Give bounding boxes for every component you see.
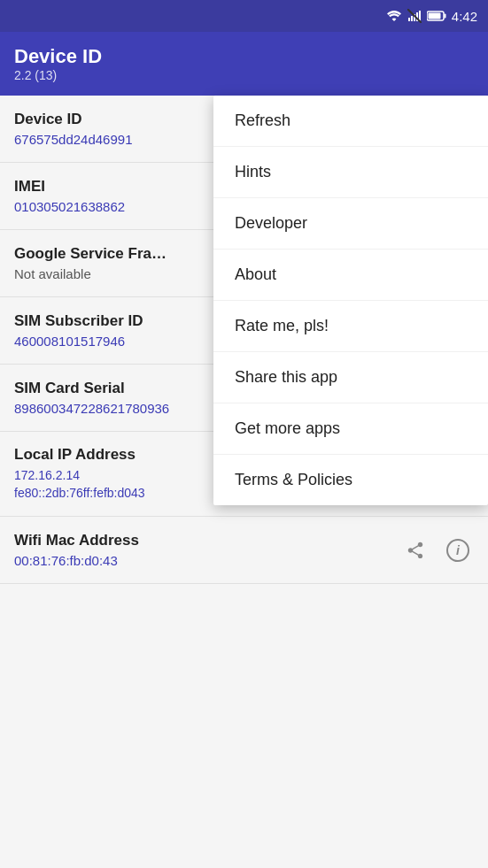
toolbar-text: Device ID 2.2 (13) bbox=[14, 45, 102, 82]
menu-item-refresh[interactable]: Refresh bbox=[213, 96, 488, 147]
status-bar: 4:42 bbox=[0, 0, 488, 32]
svg-rect-8 bbox=[428, 13, 440, 19]
toolbar-title: Device ID bbox=[14, 45, 102, 68]
wifi-mac-share-button[interactable] bbox=[399, 534, 431, 566]
dropdown-menu: Refresh Hints Developer About Rate me, p… bbox=[213, 96, 488, 505]
battery-icon bbox=[427, 11, 446, 21]
menu-item-more-apps[interactable]: Get more apps bbox=[213, 403, 488, 455]
share-icon bbox=[406, 541, 425, 560]
menu-item-about[interactable]: About bbox=[213, 250, 488, 301]
wifi-mac-icons: i bbox=[399, 534, 474, 566]
wifi-icon bbox=[386, 10, 402, 22]
status-time: 4:42 bbox=[452, 9, 477, 24]
menu-item-rate[interactable]: Rate me, pls! bbox=[213, 301, 488, 352]
wifi-mac-row: Wifi Mac Address 00:81:76:fb:d0:43 i bbox=[0, 517, 488, 584]
wifi-mac-value: 00:81:76:fb:d0:43 bbox=[14, 553, 392, 568]
wifi-mac-info-button[interactable]: i bbox=[442, 534, 474, 566]
svg-rect-1 bbox=[411, 16, 413, 21]
wifi-mac-label: Wifi Mac Address bbox=[14, 532, 392, 549]
svg-rect-7 bbox=[444, 14, 445, 19]
menu-item-developer[interactable]: Developer bbox=[213, 198, 488, 250]
menu-item-hints[interactable]: Hints bbox=[213, 147, 488, 198]
toolbar: Device ID 2.2 (13) bbox=[0, 32, 488, 96]
svg-rect-0 bbox=[408, 18, 410, 21]
menu-item-terms[interactable]: Terms & Policies bbox=[213, 455, 488, 505]
status-icons: 4:42 bbox=[386, 9, 477, 24]
info-circle-icon: i bbox=[446, 539, 469, 562]
wifi-mac-text: Wifi Mac Address 00:81:76:fb:d0:43 bbox=[14, 532, 392, 568]
menu-item-share[interactable]: Share this app bbox=[213, 352, 488, 403]
toolbar-subtitle: 2.2 (13) bbox=[14, 68, 102, 82]
signal-icon bbox=[407, 9, 422, 23]
